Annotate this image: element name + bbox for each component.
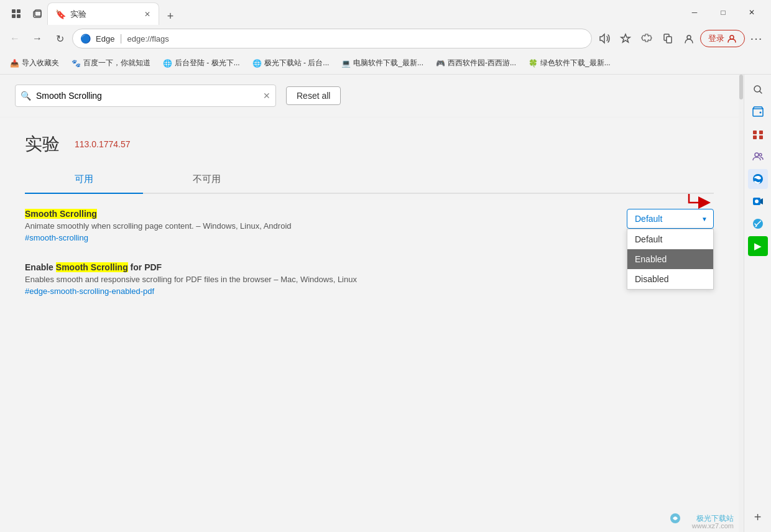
sidebar-contacts-btn[interactable]: [748, 147, 768, 167]
bookmark-jiguang1[interactable]: 🌐 后台登陆 - 极光下...: [158, 55, 245, 71]
import-icon: 📥: [10, 59, 19, 68]
flag-smooth-scrolling-link[interactable]: #smooth-scrolling: [25, 233, 617, 242]
search-clear-btn[interactable]: ✕: [263, 91, 270, 101]
svg-point-9: [730, 35, 734, 39]
jiguang1-icon: 🌐: [163, 59, 172, 68]
bookmark-diannao-label: 电脑软件下载_最新...: [353, 58, 423, 68]
scrollbar[interactable]: [739, 75, 744, 532]
forward-btn[interactable]: →: [27, 29, 47, 48]
tab-stack-btn[interactable]: [27, 2, 47, 25]
flag-smooth-scrolling-select-wrapper[interactable]: Default Enabled Disabled Default Enabled…: [627, 209, 714, 229]
search-input[interactable]: [36, 91, 258, 101]
add-icon: +: [754, 510, 762, 525]
bookmark-lvse-label: 绿色软件下载_最新...: [540, 58, 611, 68]
back-btn[interactable]: ←: [5, 29, 25, 48]
sidebar-wallet-btn[interactable]: [748, 102, 768, 122]
option-disabled[interactable]: Disabled: [627, 269, 713, 289]
flags-container: 🔍 ✕ Reset all 实验 113.0.1774.57 可用 不可用: [0, 75, 744, 532]
flag-smooth-scrolling: Smooth Scrolling Animate smoothly when s…: [25, 209, 714, 242]
bookmark-xixi[interactable]: 🎮 西西软件园-西西游...: [431, 55, 521, 71]
sidebar-edge-btn[interactable]: [748, 169, 768, 189]
more-btn[interactable]: ⋯: [746, 29, 766, 48]
sidebar-add-btn[interactable]: +: [748, 507, 768, 527]
tab-unavailable[interactable]: 不可用: [143, 166, 270, 193]
address-brand-label: Edge: [96, 34, 114, 44]
bookmark-import-label: 导入收藏夹: [22, 58, 59, 68]
svg-point-17: [759, 154, 762, 156]
bookmark-lvse[interactable]: 🍀 绿色软件下载_最新...: [524, 55, 616, 71]
flag-smooth-scrolling-name: Smooth Scrolling: [25, 209, 617, 219]
svg-rect-3: [17, 14, 21, 18]
close-btn[interactable]: ✕: [737, 2, 766, 22]
page-title: 实验: [25, 132, 60, 156]
forward-icon: →: [32, 33, 42, 44]
sidebar-outlook-btn[interactable]: [748, 191, 768, 211]
tab-close-btn[interactable]: ✕: [141, 8, 154, 21]
extensions-btn[interactable]: [637, 29, 657, 48]
sidebar-iqiyi-btn[interactable]: ▶: [748, 236, 768, 256]
scrollbar-thumb[interactable]: [739, 75, 743, 99]
bookmark-baidu[interactable]: 🐾 百度一下，你就知道: [67, 55, 155, 71]
flags-header: 实验 113.0.1774.57: [0, 117, 739, 166]
flag-pdf-link[interactable]: #edge-smooth-scrolling-enabled-pdf: [25, 287, 617, 296]
reset-all-btn[interactable]: Reset all: [286, 86, 341, 105]
plus-icon: +: [167, 10, 174, 23]
collections-btn[interactable]: [658, 29, 678, 48]
main-tab[interactable]: 🔖 实验 ✕: [47, 2, 159, 25]
flags-content: 🔍 ✕ Reset all 实验 113.0.1774.57 可用 不可用: [0, 75, 739, 532]
main-layout: 🔍 ✕ Reset all 实验 113.0.1774.57 可用 不可用: [0, 75, 771, 532]
address-bar[interactable]: 🔵 Edge | edge://flags: [72, 29, 592, 48]
flag-smooth-scrolling-dropdown[interactable]: Default Enabled Disabled: [627, 229, 714, 290]
svg-rect-0: [12, 9, 16, 13]
iqiyi-icon: ▶: [754, 241, 761, 251]
flag-pdf-name-highlight: Smooth Scrolling: [56, 262, 128, 272]
jiguang2-icon: 🌐: [252, 59, 262, 68]
nav-bar: ← → ↻ 🔵 Edge | edge://flags 登录 ⋯: [0, 25, 771, 52]
more-icon: ⋯: [750, 31, 762, 46]
edge-favicon-icon: 🔵: [80, 34, 91, 44]
tab-favicon: 🔖: [55, 9, 65, 19]
xixi-icon: 🎮: [436, 59, 445, 68]
option-enabled[interactable]: Enabled: [627, 249, 713, 269]
sidebar-telegram-btn[interactable]: [748, 214, 768, 234]
title-bar: 🔖 实验 ✕ + ─ □ ✕: [0, 0, 771, 25]
svg-rect-15: [759, 135, 763, 139]
sidebar-tools-btn[interactable]: [748, 124, 768, 144]
minimize-btn[interactable]: ─: [680, 2, 709, 22]
refresh-btn[interactable]: ↻: [50, 29, 70, 48]
bookmark-xixi-label: 西西软件园-西西游...: [448, 58, 516, 68]
option-default[interactable]: Default: [627, 229, 713, 249]
login-btn[interactable]: 登录: [700, 30, 745, 47]
svg-point-16: [755, 153, 759, 157]
svg-point-8: [687, 35, 691, 39]
favorites-btn[interactable]: [616, 29, 635, 48]
search-area: 🔍 ✕ Reset all: [0, 75, 739, 117]
nav-icons-group: 登录 ⋯: [594, 29, 766, 48]
read-aloud-btn[interactable]: [594, 29, 614, 48]
flag-smooth-scrolling-select[interactable]: Default Enabled Disabled: [627, 209, 714, 229]
bookmark-jiguang2[interactable]: 🌐 极光下载站 - 后台...: [247, 55, 335, 71]
bookmarks-bar: 📥 导入收藏夹 🐾 百度一下，你就知道 🌐 后台登陆 - 极光下... 🌐 极光…: [0, 52, 771, 75]
bookmark-diannao[interactable]: 💻 电脑软件下载_最新...: [336, 55, 428, 71]
svg-point-19: [755, 200, 759, 203]
flag-pdf-text: Enable Smooth Scrolling for PDF Enables …: [25, 262, 617, 296]
back-icon: ←: [10, 33, 20, 44]
svg-rect-12: [753, 131, 757, 134]
flag-smooth-scrolling-control: Default Enabled Disabled Default Enabled…: [627, 209, 714, 229]
tab-available[interactable]: 可用: [25, 166, 143, 194]
tab-grid-btn[interactable]: [5, 2, 27, 25]
search-box[interactable]: 🔍 ✕: [15, 85, 276, 107]
new-tab-btn[interactable]: +: [162, 7, 179, 25]
flag-smooth-scrolling-row: Smooth Scrolling Animate smoothly when s…: [25, 209, 714, 242]
bookmark-import[interactable]: 📥 导入收藏夹: [5, 55, 64, 71]
search-icon: 🔍: [21, 91, 31, 101]
flag-name-highlight: Smooth Scrolling: [25, 209, 97, 219]
sidebar-search-btn[interactable]: [748, 80, 768, 99]
login-label: 登录: [708, 33, 724, 44]
address-url-text: edge://flags: [127, 34, 169, 44]
profile-btn[interactable]: [679, 29, 699, 48]
flag-pdf-row: Enable Smooth Scrolling for PDF Enables …: [25, 262, 714, 296]
svg-point-11: [759, 112, 761, 114]
maximize-btn[interactable]: □: [709, 2, 737, 22]
svg-rect-7: [667, 37, 672, 43]
